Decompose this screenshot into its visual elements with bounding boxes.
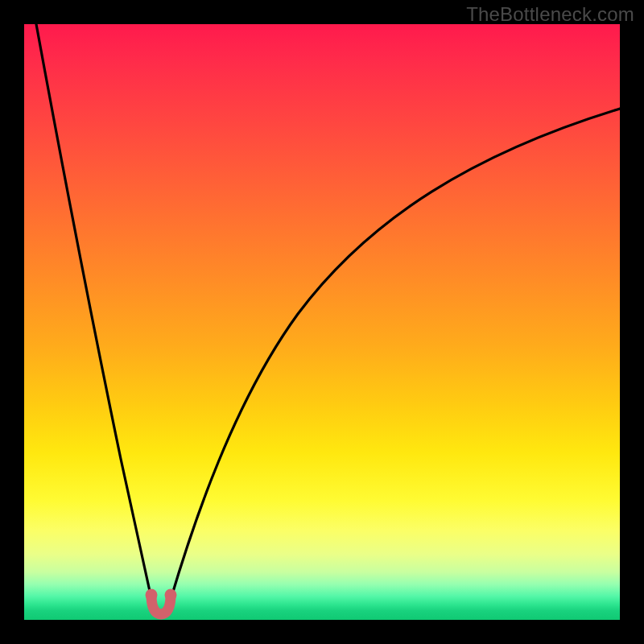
- curve-right-branch: [170, 109, 620, 602]
- chart-svg: [24, 24, 620, 620]
- valley-marker-dots: [146, 589, 177, 601]
- plot-area: [24, 24, 620, 620]
- chart-frame: TheBottleneck.com: [0, 0, 644, 644]
- watermark-text: TheBottleneck.com: [466, 3, 634, 26]
- curve-left-branch: [36, 24, 152, 602]
- valley-dot-left: [146, 589, 158, 601]
- valley-dot-right: [165, 589, 177, 601]
